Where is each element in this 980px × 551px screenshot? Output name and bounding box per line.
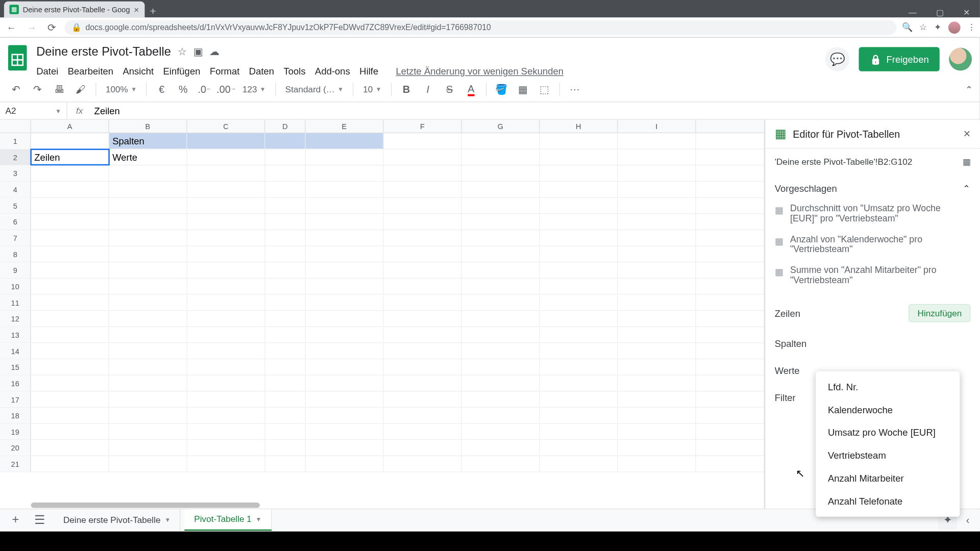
- cell[interactable]: [384, 408, 462, 423]
- cell[interactable]: [265, 343, 306, 358]
- cell[interactable]: [31, 359, 109, 374]
- cell[interactable]: [462, 440, 540, 455]
- percent-format-icon[interactable]: %: [174, 80, 192, 98]
- row-header[interactable]: 15: [0, 359, 31, 374]
- number-format-dropdown[interactable]: 123▼: [238, 84, 270, 94]
- cell[interactable]: [306, 149, 384, 165]
- row-header[interactable]: 21: [0, 456, 31, 471]
- popup-item[interactable]: Lfd. Nr.: [816, 375, 960, 398]
- cell[interactable]: [31, 327, 109, 342]
- cell[interactable]: [265, 327, 306, 342]
- cell[interactable]: [462, 311, 540, 326]
- comments-button[interactable]: 💬: [825, 47, 849, 71]
- pivot-suggestion[interactable]: ▦ Summe von "Anzahl Mitarbeiter" pro "Ve…: [775, 260, 971, 291]
- cell[interactable]: [265, 456, 306, 471]
- collapse-toolbar-icon[interactable]: ⌃: [965, 84, 973, 94]
- cell[interactable]: [384, 214, 462, 229]
- cell[interactable]: [462, 295, 540, 310]
- row-header[interactable]: 4: [0, 182, 31, 197]
- zoom-dropdown[interactable]: 100%▼: [102, 84, 141, 94]
- cell[interactable]: [109, 279, 187, 294]
- cell[interactable]: [540, 424, 618, 439]
- cell[interactable]: [265, 165, 306, 181]
- cell[interactable]: [306, 133, 384, 148]
- popup-item[interactable]: Umsatz pro Woche [EUR]: [816, 421, 960, 444]
- cell[interactable]: [306, 230, 384, 245]
- back-icon[interactable]: ←: [4, 21, 19, 33]
- cell[interactable]: [187, 246, 265, 262]
- row-header[interactable]: 1: [0, 133, 31, 148]
- cell[interactable]: [306, 198, 384, 213]
- col-header[interactable]: C: [187, 120, 265, 133]
- cell[interactable]: [31, 391, 109, 407]
- cell[interactable]: [306, 262, 384, 278]
- cell[interactable]: [462, 424, 540, 439]
- cell[interactable]: [462, 182, 540, 197]
- borders-icon[interactable]: ▦: [513, 80, 532, 98]
- cell[interactable]: [265, 133, 306, 148]
- cell[interactable]: [384, 359, 462, 374]
- cell[interactable]: [306, 327, 384, 342]
- cell[interactable]: [31, 440, 109, 455]
- cell[interactable]: [462, 262, 540, 278]
- cell[interactable]: [384, 230, 462, 245]
- cell[interactable]: [109, 391, 187, 407]
- paint-format-icon[interactable]: 🖌: [71, 80, 90, 98]
- cell[interactable]: [31, 182, 109, 197]
- row-header[interactable]: 2: [0, 149, 31, 165]
- cell[interactable]: [384, 295, 462, 310]
- cell[interactable]: [187, 198, 265, 213]
- menu-file[interactable]: Datei: [36, 66, 58, 77]
- cell[interactable]: [540, 408, 618, 423]
- col-header[interactable]: H: [540, 120, 618, 133]
- cell[interactable]: [31, 214, 109, 229]
- cell[interactable]: [109, 408, 187, 423]
- cell[interactable]: [31, 424, 109, 439]
- cell[interactable]: [187, 408, 265, 423]
- cell[interactable]: [384, 327, 462, 342]
- sheet-tab[interactable]: Deine erste Pivot-Tabelle▼: [54, 509, 180, 531]
- menu-edit[interactable]: Bearbeiten: [68, 66, 113, 77]
- cell[interactable]: [384, 246, 462, 262]
- row-header[interactable]: 17: [0, 391, 31, 407]
- popup-item[interactable]: Kalenderwoche: [816, 398, 960, 421]
- cell[interactable]: [540, 295, 618, 310]
- bold-icon[interactable]: B: [397, 80, 416, 98]
- cell[interactable]: [618, 295, 696, 310]
- cell[interactable]: [618, 165, 696, 181]
- cell[interactable]: [540, 214, 618, 229]
- cell[interactable]: [187, 230, 265, 245]
- cell[interactable]: [187, 424, 265, 439]
- cell[interactable]: [384, 391, 462, 407]
- cell[interactable]: [462, 375, 540, 391]
- cell[interactable]: [540, 246, 618, 262]
- side-panel-toggle-icon[interactable]: ‹: [961, 514, 974, 526]
- row-header[interactable]: 18: [0, 408, 31, 423]
- cell[interactable]: [540, 343, 618, 358]
- cell[interactable]: [31, 343, 109, 358]
- minimize-icon[interactable]: —: [899, 8, 926, 17]
- cell[interactable]: [540, 359, 618, 374]
- cell[interactable]: [265, 149, 306, 165]
- cell[interactable]: [109, 440, 187, 455]
- col-header[interactable]: G: [462, 120, 540, 133]
- popup-item[interactable]: Anzahl Telefonate: [816, 490, 960, 513]
- cell[interactable]: [462, 133, 540, 148]
- cell[interactable]: [187, 295, 265, 310]
- cell[interactable]: [306, 311, 384, 326]
- cell[interactable]: [265, 214, 306, 229]
- cell[interactable]: [462, 246, 540, 262]
- extensions-icon[interactable]: ✦: [934, 22, 942, 33]
- cell[interactable]: [306, 295, 384, 310]
- cell[interactable]: [384, 424, 462, 439]
- cell[interactable]: [187, 343, 265, 358]
- increase-decimal-icon[interactable]: .00→: [217, 80, 236, 98]
- select-range-icon[interactable]: ▦: [963, 157, 971, 167]
- merge-cells-icon[interactable]: ⬚: [535, 80, 554, 98]
- cell[interactable]: [109, 327, 187, 342]
- cell[interactable]: [462, 343, 540, 358]
- star-icon[interactable]: ☆: [178, 46, 186, 58]
- reload-icon[interactable]: ⟳: [44, 21, 59, 34]
- cell[interactable]: [540, 375, 618, 391]
- cell[interactable]: [540, 230, 618, 245]
